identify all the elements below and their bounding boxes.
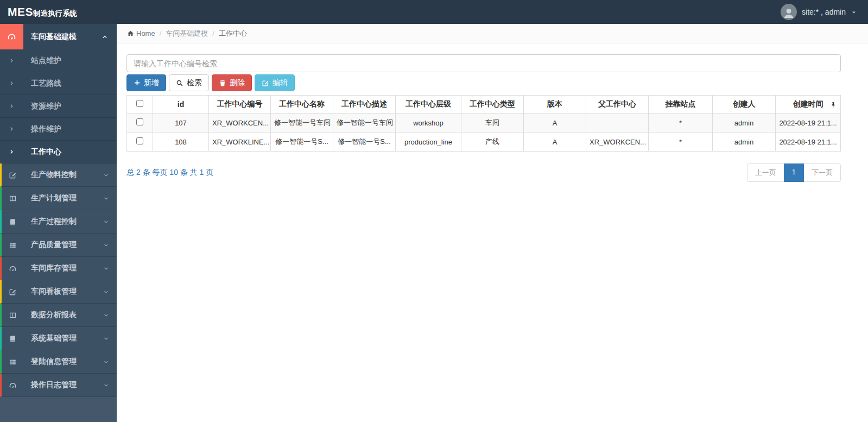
cell-type: 车间 [461,114,524,133]
cell-creator: admin [713,114,776,133]
row-select-checkbox[interactable] [136,137,143,144]
breadcrumb-item-workshop-modeling[interactable]: 车间基础建模 [166,29,208,39]
columns-icon [2,311,23,319]
sidebar-item-work-center[interactable]: 工作中心 [0,141,117,163]
next-page-button[interactable]: 下一页 [803,163,841,182]
table-header-row: id 工作中心编号 工作中心名称 工作中心描述 工作中心层级 工作中心类型 版本… [127,96,841,114]
sidebar-filler [0,397,117,422]
sidebar-item-product-quality-management[interactable]: 产品质量管理 [0,234,117,257]
sidebar-item-resource-maintenance[interactable]: 资源维护 [0,95,117,118]
list-icon [2,358,23,366]
sidebar-item-label: 操作日志管理 [31,380,103,390]
work-center-table: id 工作中心编号 工作中心名称 工作中心描述 工作中心层级 工作中心类型 版本… [126,95,841,152]
search-button[interactable]: 检索 [169,74,209,91]
chevron-right-icon [0,58,23,64]
cell-created: 2022-08-19 21:1... [776,114,841,133]
cell-version: A [524,114,586,133]
search-input[interactable] [126,54,841,72]
cell-created: 2022-08-19 21:1... [776,133,841,152]
sidebar-item-data-analysis-report[interactable]: 数据分析报表 [0,304,117,327]
sidebar-item-workshop-kanban-management[interactable]: 车间看板管理 [0,280,117,304]
cell-level: production_line [396,133,461,152]
chevron-down-icon [103,359,117,365]
chevron-down-icon [103,172,117,178]
sidebar-item-workshop-inventory-management[interactable]: 车间库存管理 [0,257,117,280]
column-header-id: id [153,96,209,114]
sidebar-item-label: 产品质量管理 [31,240,103,250]
home-icon [127,30,134,37]
chevron-down-icon [103,219,117,225]
delete-button-label: 删除 [230,78,245,88]
search-button-label: 检索 [187,78,202,88]
sidebar-item-label: 车间看板管理 [31,287,103,297]
delete-button[interactable]: 删除 [212,74,252,91]
chevron-down-icon [103,266,117,272]
cell-creator: admin [713,133,776,152]
cell-code: XR_WORKCEN... [209,114,271,133]
gauge-icon [0,24,23,49]
sidebar-item-login-info-management[interactable]: 登陆信息管理 [0,350,117,374]
app-logo: MES制造执行系统 [0,5,77,18]
breadcrumb-home-label: Home [136,29,155,37]
table-row[interactable]: 107 XR_WORKCEN... 修一智能一号车间 修一智能一号车间 work… [127,114,841,133]
caret-down-icon [851,8,857,16]
sidebar-group-label: 车间基础建模 [31,32,102,42]
toolbar: 新增 检索 删除 编辑 [126,74,841,91]
edit-icon [262,79,269,87]
sidebar-item-production-process-control[interactable]: 生产过程控制 [0,210,117,234]
edit-button[interactable]: 编辑 [255,74,295,91]
cell-version: A [524,133,586,152]
sidebar-item-production-material-control[interactable]: 生产物料控制 [0,163,117,187]
sidebar-item-label: 工艺路线 [31,79,61,89]
edit-button-label: 编辑 [273,78,288,88]
table-row[interactable]: 108 XR_WORKLINE... 修一智能一号S... 修一智能一号S...… [127,133,841,152]
plus-icon [134,79,141,86]
sidebar-item-production-plan-management[interactable]: 生产计划管理 [0,187,117,210]
cell-code: XR_WORKLINE... [209,133,271,152]
breadcrumb-home-link[interactable]: Home [127,29,155,37]
breadcrumb-separator: / [212,29,214,37]
sidebar-item-label: 资源维护 [31,102,61,111]
select-all-checkbox[interactable] [136,100,143,107]
sidebar-item-operation-maintenance[interactable]: 操作维护 [0,118,117,141]
sidebar-item-system-basic-management[interactable]: 系统基础管理 [0,327,117,350]
chevron-down-icon [103,312,117,318]
page-1-button[interactable]: 1 [784,163,804,182]
table-footer: 总 2 条 每页 10 条 共 1 页 上一页 1 下一页 [126,163,841,182]
sidebar: 车间基础建模 站点维护 工艺路线 资源维护 操作维护 工作中心 生产物料控制 [0,24,117,422]
pin-icon[interactable] [830,100,837,109]
chevron-up-icon [102,34,117,40]
sidebar-item-label: 站点维护 [31,56,61,66]
prev-page-button[interactable]: 上一页 [747,163,784,182]
row-select-checkbox[interactable] [136,118,143,125]
sidebar-item-label: 数据分析报表 [31,310,103,320]
chevron-down-icon [103,242,117,248]
sidebar-item-process-route[interactable]: 工艺路线 [0,72,117,95]
cell-id: 107 [153,114,209,133]
chevron-right-icon [0,80,23,86]
book-icon [2,335,23,343]
cell-level: workshop [396,114,461,133]
sidebar-item-station-maintenance[interactable]: 站点维护 [0,49,117,72]
cell-name: 修一智能一号S... [271,133,333,152]
breadcrumb: Home / 车间基础建模 / 工作中心 [117,24,868,43]
sidebar-item-operation-log-management[interactable]: 操作日志管理 [0,374,117,397]
user-menu[interactable]: site:* , admin [781,4,868,20]
sidebar-group-workshop-modeling[interactable]: 车间基础建模 [0,24,117,49]
pencil-square-icon [2,288,23,296]
cell-name: 修一智能一号车间 [271,114,333,133]
column-header-type: 工作中心类型 [461,96,524,114]
column-header-version: 版本 [524,96,586,114]
cell-parent [586,114,649,133]
chevron-down-icon [103,289,117,295]
sidebar-item-label: 登陆信息管理 [31,357,103,367]
logo-text-main: MES [8,5,33,18]
breadcrumb-separator: / [160,29,162,37]
chevron-down-icon [103,336,117,342]
avatar [781,4,797,20]
sidebar-item-label: 生产计划管理 [31,193,103,203]
add-button[interactable]: 新增 [126,74,166,91]
column-header-created-label: 创建时间 [793,99,823,108]
row-select-cell [127,114,153,133]
add-button-label: 新增 [144,78,159,88]
